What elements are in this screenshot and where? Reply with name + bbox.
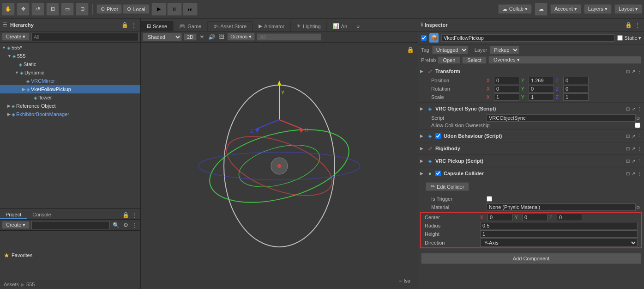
udon-behaviour-header[interactable]: ▶ ◈ Udon Behaviour (Script) ⊡ ↗ ⋮ bbox=[418, 131, 644, 141]
bottom-settings-btn[interactable]: ⚙ bbox=[122, 221, 129, 229]
shading-dropdown[interactable]: Shaded Wireframe bbox=[143, 33, 182, 41]
hierarchy-create-btn[interactable]: Create ▾ bbox=[2, 33, 30, 41]
audio-icon-btn[interactable]: 🔊 bbox=[207, 33, 216, 41]
move-tool-btn[interactable]: ✥ bbox=[17, 3, 30, 16]
material-target-btn[interactable]: ⊙ bbox=[636, 204, 640, 210]
scale-y-input[interactable] bbox=[529, 93, 554, 101]
capsule-active-checkbox[interactable] bbox=[435, 171, 441, 176]
image-icon-btn[interactable]: 🖼 bbox=[218, 33, 225, 41]
vrc-sync-btn1[interactable]: ⊡ bbox=[626, 106, 630, 112]
account-button[interactable]: Account ▾ bbox=[550, 4, 581, 14]
scale-tool-btn[interactable]: ⊞ bbox=[46, 3, 59, 16]
hierarchy-item-exhibitor[interactable]: ▶ ◈ ExhibitorBoothManager bbox=[0, 110, 140, 118]
allow-collision-checkbox[interactable] bbox=[635, 123, 640, 128]
rot-y-input[interactable] bbox=[529, 85, 554, 92]
tab-lighting[interactable]: ☀ Lighting bbox=[290, 21, 327, 31]
transform-extra-btn2[interactable]: ↗ bbox=[631, 68, 636, 74]
bottom-panel-lock-btn[interactable]: 🔒 bbox=[121, 211, 130, 219]
script-value-input[interactable] bbox=[487, 114, 636, 122]
tab-more[interactable]: » bbox=[353, 22, 363, 31]
rotate-tool-btn[interactable]: ↺ bbox=[31, 3, 44, 16]
step-button[interactable]: ⏭ bbox=[183, 3, 198, 16]
layer-dropdown[interactable]: Pickup bbox=[490, 46, 519, 54]
script-target-btn[interactable]: ⊙ bbox=[636, 115, 640, 121]
pos-x-input[interactable] bbox=[494, 77, 519, 84]
scene-lock-icon[interactable]: 🔒 bbox=[407, 46, 414, 53]
transform-tool-btn[interactable]: ⊡ bbox=[76, 3, 89, 16]
scene-3d-canvas[interactable]: Y X Z ≡Iso 🔒 bbox=[141, 43, 418, 289]
vrc-pickup-header[interactable]: ▶ ◈ VRC Pickup (Script) ⊡ ↗ ⋮ bbox=[418, 156, 644, 166]
breadcrumb-555[interactable]: 555 bbox=[26, 282, 35, 287]
center-x-input[interactable] bbox=[488, 214, 513, 221]
hierarchy-item-dynamic[interactable]: ▼ ◈ Dynamic bbox=[0, 68, 140, 77]
hierarchy-item-vketfollowpickup[interactable]: ▶ ◈ VketFollowPickup bbox=[0, 85, 140, 93]
gizmos-btn[interactable]: Gizmos ▾ bbox=[227, 33, 255, 41]
transform-header[interactable]: ▶ ⤢ Transform ⊡ ↗ ⋮ bbox=[418, 66, 644, 76]
vrc-pickup-btn1[interactable]: ⊡ bbox=[626, 158, 630, 164]
rigidbody-btn1[interactable]: ⊡ bbox=[626, 146, 630, 152]
hierarchy-menu-btn[interactable]: ⋮ bbox=[130, 21, 138, 29]
udon-menu-btn[interactable]: ⋮ bbox=[637, 133, 642, 139]
vrc-sync-header[interactable]: ▶ ◈ VRC Object Sync (Script) ⊡ ↗ ⋮ bbox=[418, 104, 644, 114]
inspector-lock-btn[interactable]: 🔒 bbox=[624, 21, 633, 29]
cloud-icon-btn[interactable]: ☁ bbox=[535, 3, 548, 16]
udon-btn2[interactable]: ↗ bbox=[631, 133, 636, 139]
pivot-button[interactable]: ⊙ Pivot bbox=[96, 4, 122, 14]
hierarchy-item-vrcmirror[interactable]: ▶ ◈ VRCMirror bbox=[0, 77, 140, 85]
scale-z-input[interactable] bbox=[563, 93, 589, 101]
rigidbody-btn2[interactable]: ↗ bbox=[631, 146, 636, 152]
tab-an[interactable]: 📊 An bbox=[327, 21, 353, 31]
scale-x-input[interactable] bbox=[494, 93, 519, 101]
2d-button[interactable]: 2D bbox=[184, 33, 197, 41]
rot-x-input[interactable] bbox=[494, 85, 519, 92]
add-component-btn[interactable]: Add Component bbox=[421, 253, 641, 264]
hierarchy-item-555[interactable]: ▼ ◈ 555 bbox=[0, 52, 140, 60]
bottom-search-input[interactable] bbox=[31, 221, 110, 229]
breadcrumb-assets[interactable]: Assets bbox=[4, 282, 19, 287]
layout-button[interactable]: Layout ▾ bbox=[614, 4, 642, 14]
tab-project[interactable]: Project bbox=[0, 211, 27, 219]
rect-tool-btn[interactable]: ▭ bbox=[61, 3, 74, 16]
prefab-open-btn[interactable]: Open bbox=[438, 56, 460, 64]
transform-extra-btn1[interactable]: ⊡ bbox=[626, 68, 630, 74]
vrc-sync-btn2[interactable]: ↗ bbox=[631, 106, 636, 112]
bottom-create-btn[interactable]: Create ▾ bbox=[2, 221, 30, 229]
prefab-overrides-btn[interactable]: Overrides ▾ bbox=[488, 56, 641, 64]
tab-animator[interactable]: ▶ Animator bbox=[253, 21, 290, 31]
object-name-input[interactable] bbox=[441, 34, 614, 42]
capsule-btn1[interactable]: ⊡ bbox=[626, 171, 630, 177]
bottom-filter-btn[interactable]: 🔍 bbox=[112, 221, 120, 229]
capsule-collider-header[interactable]: ▶ ● Capsule Collider ⊡ ↗ ⋮ bbox=[418, 168, 644, 178]
tab-game[interactable]: 🎮 Game bbox=[173, 21, 207, 31]
play-button[interactable]: ▶ bbox=[151, 3, 166, 16]
tab-scene[interactable]: ⊞ Scene bbox=[141, 21, 173, 31]
direction-dropdown[interactable]: X-Axis Y-Axis Z-Axis bbox=[480, 239, 638, 247]
bottom-menu-btn[interactable]: ⋮ bbox=[131, 221, 138, 229]
vrc-sync-menu-btn[interactable]: ⋮ bbox=[637, 106, 642, 112]
object-active-checkbox[interactable] bbox=[421, 35, 427, 41]
hierarchy-lock-btn[interactable]: 🔒 bbox=[120, 21, 129, 29]
hierarchy-item-static[interactable]: ▶ ◈ Static bbox=[0, 60, 140, 68]
hand-tool-btn[interactable]: ✋ bbox=[2, 3, 15, 16]
center-y-input[interactable] bbox=[522, 214, 548, 221]
static-dropdown-arrow[interactable]: ▾ bbox=[638, 35, 641, 41]
layers-button[interactable]: Layers ▾ bbox=[584, 4, 612, 14]
material-input[interactable] bbox=[487, 203, 636, 211]
edit-collider-btn[interactable]: ✏ Edit Collider bbox=[426, 182, 469, 191]
inspector-menu-btn[interactable]: ⋮ bbox=[634, 21, 641, 29]
is-trigger-checkbox[interactable] bbox=[487, 196, 492, 202]
static-checkbox[interactable] bbox=[617, 35, 623, 41]
tag-dropdown[interactable]: Untagged bbox=[432, 46, 468, 54]
sun-icon-btn[interactable]: ☀ bbox=[199, 33, 205, 41]
rigidbody-header[interactable]: ▶ ⤢ Rigidbody ⊡ ↗ ⋮ bbox=[418, 143, 644, 154]
rigidbody-menu-btn[interactable]: ⋮ bbox=[637, 146, 642, 152]
pause-button[interactable]: ⏸ bbox=[167, 3, 182, 16]
rot-z-input[interactable] bbox=[563, 85, 589, 92]
tab-asset-store[interactable]: 🛍 Asset Store bbox=[207, 21, 253, 31]
transform-menu-btn[interactable]: ⋮ bbox=[637, 68, 642, 74]
udon-btn1[interactable]: ⊡ bbox=[626, 133, 630, 139]
vrc-pickup-btn2[interactable]: ↗ bbox=[631, 158, 636, 164]
capsule-btn2[interactable]: ↗ bbox=[631, 171, 636, 177]
tab-console[interactable]: Console bbox=[27, 211, 56, 219]
scene-search-input[interactable] bbox=[257, 33, 321, 41]
